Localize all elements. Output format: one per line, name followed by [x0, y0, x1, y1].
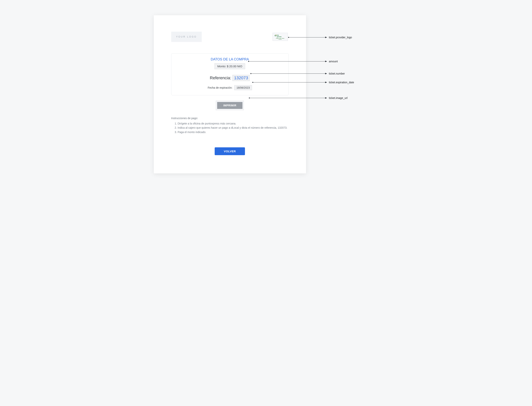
- reference-label: Referencia:: [210, 75, 231, 80]
- instruction-item: Indica al cajero que quieres hacer un pa…: [178, 126, 289, 130]
- back-section: VOLVER: [171, 147, 289, 155]
- svg-marker-8: [325, 61, 327, 62]
- merchant-logo-placeholder: YOUR LOGO: [171, 32, 202, 42]
- reference-row: Referencia: 132073: [177, 75, 283, 81]
- instruction-item: Dirígete a la oficina de puntoxpress más…: [178, 122, 289, 125]
- svg-marker-11: [325, 73, 327, 74]
- svg-text:xpress: xpress: [276, 36, 282, 37]
- header-row: YOUR LOGO punto xpress ¡Pagas todo, Gana…: [171, 32, 289, 42]
- instruction-item: Paga el monto indicado.: [178, 130, 289, 134]
- expiration-date: 18/06/2023: [234, 85, 252, 90]
- expiration-label: Fecha de expiración:: [208, 86, 232, 89]
- reference-number: 132073: [232, 75, 250, 81]
- purchase-data-box: DATOS DE LA COMPRA Monto: $ 20.00 NIO Re…: [171, 53, 289, 95]
- expiration-row: Fecha de expiración: 18/06/2023: [177, 85, 283, 90]
- purchase-title: DATOS DE LA COMPRA: [177, 57, 283, 61]
- merchant-logo-text: YOUR LOGO: [176, 36, 197, 38]
- instructions-title: Instrucciones de pago:: [171, 117, 289, 120]
- annotation-expiration: ticket.expiration_date: [329, 81, 354, 84]
- print-section: IMPRIMIR: [171, 101, 289, 110]
- svg-marker-14: [325, 82, 327, 83]
- print-button[interactable]: IMPRIMIR: [217, 102, 242, 109]
- back-button[interactable]: VOLVER: [215, 147, 245, 155]
- print-button-frame: IMPRIMIR: [216, 101, 244, 110]
- svg-marker-17: [325, 97, 327, 99]
- ticket-card: YOUR LOGO punto xpress ¡Pagas todo, Gana…: [154, 15, 306, 174]
- amount-value: Monto: $ 20.00 NIO: [214, 63, 245, 69]
- provider-logo-tagline: ¡Pagas todo, Ganas mucho!: [275, 38, 286, 40]
- annotation-number: ticket.number: [329, 72, 345, 75]
- svg-marker-5: [325, 36, 327, 38]
- annotation-amount: amount: [329, 60, 338, 63]
- instructions-list: Dirígete a la oficina de puntoxpress más…: [171, 122, 289, 134]
- provider-logo: punto xpress ¡Pagas todo, Ganas mucho!: [273, 33, 288, 41]
- annotation-image-url: ticket.image_url: [329, 96, 348, 100]
- puntoxpress-logo-icon: punto xpress: [275, 34, 286, 37]
- annotation-provider-logo: ticket.provider_logo: [329, 36, 352, 39]
